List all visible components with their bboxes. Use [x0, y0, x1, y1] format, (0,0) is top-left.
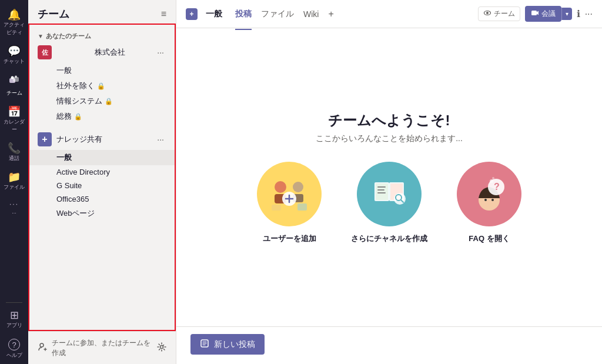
tab-files[interactable]: ファイル: [261, 6, 294, 22]
channel-item[interactable]: Active Directory: [28, 165, 176, 179]
settings-icon[interactable]: [157, 342, 166, 354]
lock-icon: 🔒: [74, 113, 82, 121]
new-post-label: 新しい投稿: [214, 339, 255, 350]
lock-icon: 🔒: [105, 98, 113, 105]
add-user-card[interactable]: ユーザーを追加: [251, 162, 327, 244]
meeting-label: 会議: [541, 9, 556, 19]
files-icon: 📁: [8, 172, 21, 182]
svg-rect-17: [376, 183, 388, 200]
svg-rect-14: [272, 205, 281, 211]
svg-point-4: [40, 343, 44, 347]
team-more-icon[interactable]: ···: [155, 46, 166, 58]
channel-item[interactable]: G Suite: [28, 179, 176, 192]
channel-item[interactable]: 一般: [28, 63, 176, 78]
channel-name: 一般: [56, 152, 72, 163]
sidebar-item-help[interactable]: ? ヘルプ: [0, 334, 28, 364]
chat-icon: 💬: [8, 46, 21, 56]
video-icon: [531, 9, 539, 19]
filter-icon[interactable]: ≡: [161, 9, 166, 19]
main-content: + 一般 投稿 ファイル Wiki +: [176, 0, 602, 364]
join-team-button[interactable]: チームに参加、またはチームを作成: [38, 338, 157, 358]
channel-header-left: + 一般 投稿 ファイル Wiki +: [186, 6, 478, 22]
svg-point-3: [15, 76, 17, 78]
teams-panel-header: チーム ≡: [28, 0, 176, 26]
teams-list: ▼ あなたのチーム 佐 株式会社 ··· 一般 社外を除く 🔒 情報システム 🔒…: [28, 26, 176, 331]
channel-name: Active Directory: [56, 168, 110, 176]
channel-item[interactable]: 社外を除く 🔒: [28, 78, 176, 93]
meeting-button-group: 会議 ▾: [525, 6, 572, 22]
tab-wiki[interactable]: Wiki: [303, 7, 319, 21]
channel-name: Webページ: [56, 208, 95, 219]
team-more-icon[interactable]: ···: [155, 133, 166, 145]
sidebar-item-activity[interactable]: 🔔 アクティビティ: [0, 5, 28, 41]
welcome-area: チームへようこそ! ここからいろんなことを始められます...: [176, 28, 602, 326]
sidebar-item-more[interactable]: ··· ...: [0, 196, 28, 219]
sidebar-nav: 🔔 アクティビティ 💬 チャット チーム 📅 カレンダー 📞 通話 📁 ファイル…: [0, 0, 28, 364]
sidebar-item-teams[interactable]: チーム: [0, 70, 28, 102]
join-team-icon: [38, 342, 48, 355]
team-name: 株式会社: [56, 47, 155, 58]
teams-icon: [8, 75, 20, 88]
new-post-button[interactable]: 新しい投稿: [190, 334, 265, 355]
channel-name-header: 一般: [205, 9, 223, 19]
meeting-dropdown-button[interactable]: ▾: [561, 8, 572, 20]
new-post-bar: 新しい投稿: [176, 326, 602, 364]
sidebar-item-label: アクティビティ: [2, 21, 26, 36]
channel-item[interactable]: Office365: [28, 192, 176, 206]
sidebar-item-chat[interactable]: 💬 チャット: [0, 41, 28, 70]
section-label: あなたのチーム: [46, 32, 91, 41]
channel-item[interactable]: 総務 🔒: [28, 109, 176, 124]
create-channel-illustration: [357, 162, 422, 226]
join-team-label: チームに参加、またはチームを作成: [52, 338, 157, 358]
channel-name: Office365: [56, 195, 89, 203]
sidebar-item-files[interactable]: 📁 ファイル: [0, 167, 28, 196]
apps-icon: ⊞: [10, 310, 19, 320]
activity-icon: 🔔: [8, 9, 21, 20]
calls-icon: 📞: [8, 143, 21, 153]
meeting-button[interactable]: 会議: [525, 6, 561, 22]
svg-rect-8: [531, 11, 537, 15]
caret-icon: ▼: [38, 33, 44, 39]
svg-rect-20: [377, 186, 386, 188]
more-options-icon[interactable]: ···: [585, 9, 593, 19]
add-user-label: ユーザーを追加: [263, 233, 316, 244]
add-user-illustration: [257, 162, 322, 226]
svg-text:?: ?: [494, 182, 500, 192]
create-channel-card[interactable]: さらにチャネルを作成: [351, 162, 427, 244]
teams-panel-title: チーム: [38, 7, 69, 21]
channel-name: 一般: [56, 65, 72, 76]
sidebar-item-apps[interactable]: ⊞ アプリ: [0, 305, 28, 334]
channel-name: 総務: [56, 111, 72, 122]
team-badge[interactable]: チーム: [478, 6, 520, 21]
eye-icon: [483, 9, 491, 19]
open-faq-label: FAQ を開く: [469, 233, 509, 244]
sidebar-item-label: チーム: [6, 89, 22, 97]
sidebar-item-label: ヘルプ: [6, 352, 22, 359]
team-item[interactable]: 佐 株式会社 ···: [28, 42, 176, 63]
team-avatar: +: [38, 132, 52, 146]
svg-point-2: [11, 76, 14, 79]
teams-panel-footer: チームに参加、またはチームを作成: [28, 331, 176, 364]
channel-item-active[interactable]: 一般: [28, 150, 176, 165]
open-faq-card[interactable]: ? FAQ を開く: [451, 162, 527, 244]
info-icon[interactable]: ℹ: [577, 8, 580, 19]
welcome-subtitle: ここからいろんなことを始められます...: [316, 133, 463, 144]
open-faq-illustration: ?: [457, 162, 521, 226]
team-item[interactable]: + ナレッジ共有 ···: [28, 129, 176, 150]
team-avatar: 佐: [38, 45, 52, 59]
tab-posts[interactable]: 投稿: [235, 6, 252, 22]
svg-point-9: [275, 181, 286, 193]
svg-rect-22: [377, 192, 386, 193]
channel-name: G Suite: [56, 181, 82, 190]
svg-rect-15: [297, 203, 307, 211]
sidebar-item-calls[interactable]: 📞 通話: [0, 138, 28, 167]
sidebar-item-calendar[interactable]: 📅 カレンダー: [0, 102, 28, 138]
add-tab-icon[interactable]: +: [328, 9, 333, 19]
svg-rect-21: [377, 189, 384, 191]
channel-item[interactable]: 情報システム 🔒: [28, 93, 176, 109]
more-dots-icon: ···: [9, 201, 19, 208]
help-icon: ?: [8, 339, 20, 350]
channel-item[interactable]: Webページ: [28, 206, 176, 221]
welcome-cards: ユーザーを追加: [251, 162, 527, 244]
svg-point-31: [490, 179, 493, 183]
